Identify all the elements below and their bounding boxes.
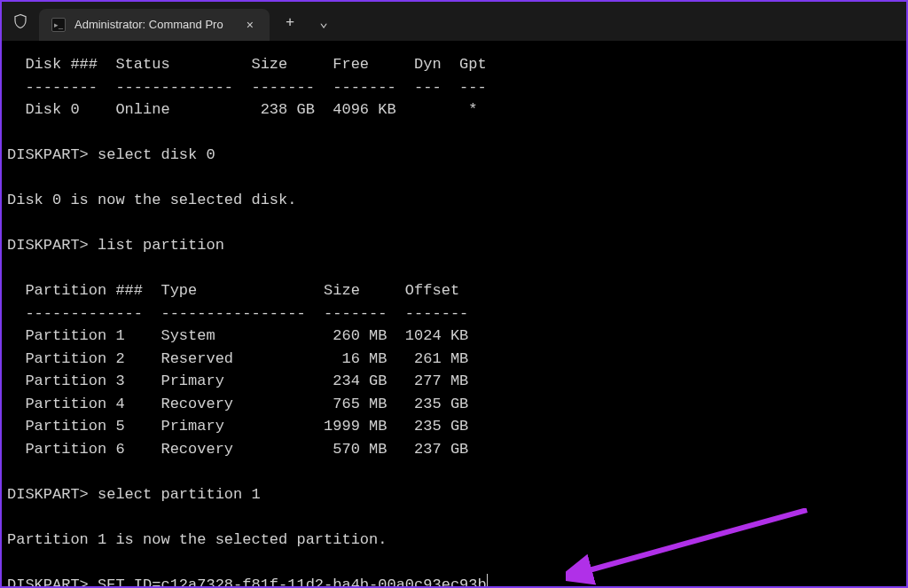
terminal-output[interactable]: Disk ### Status Size Free Dyn Gpt ------… <box>2 41 906 588</box>
cmd-set-id: DISKPART> SET ID=c12a7328-f81f-11d2-ba4b… <box>7 576 487 589</box>
disk-table-divider: -------- ------------- ------- ------- -… <box>7 79 487 96</box>
cmd-icon: ▸_ <box>51 18 66 32</box>
tab-title: Administrator: Command Pro <box>74 18 234 31</box>
close-icon[interactable]: × <box>243 17 257 33</box>
partition-row-6: Partition 6 Recovery 570 MB 237 GB <box>7 441 468 458</box>
tab-active[interactable]: ▸_ Administrator: Command Pro × <box>39 9 270 41</box>
cmd-list-partition: DISKPART> list partition <box>7 237 224 254</box>
titlebar: ▸_ Administrator: Command Pro × + ⌄ <box>2 2 906 41</box>
partition-row-5: Partition 5 Primary 1999 MB 235 GB <box>7 418 468 435</box>
partition-row-2: Partition 2 Reserved 16 MB 261 MB <box>7 350 468 367</box>
partition-row-3: Partition 3 Primary 234 GB 277 MB <box>7 372 468 389</box>
partition-table-header: Partition ### Type Size Offset <box>7 282 459 299</box>
disk-table-header: Disk ### Status Size Free Dyn Gpt <box>7 56 487 73</box>
cmd-select-disk: DISKPART> select disk 0 <box>7 146 215 163</box>
cmd-select-partition: DISKPART> select partition 1 <box>7 486 261 503</box>
disk-row-0: Disk 0 Online 238 GB 4096 KB * <box>7 101 478 118</box>
partition-row-4: Partition 4 Recovery 765 MB 235 GB <box>7 396 468 412</box>
msg-disk-selected: Disk 0 is now the selected disk. <box>7 192 296 208</box>
tab-dropdown-button[interactable]: ⌄ <box>309 8 339 35</box>
partition-table-divider: ------------- ---------------- ------- -… <box>7 305 468 322</box>
shield-icon <box>2 13 39 29</box>
partition-row-1: Partition 1 System 260 MB 1024 KB <box>7 327 468 344</box>
cursor <box>487 574 489 589</box>
titlebar-controls: + ⌄ <box>275 8 339 35</box>
msg-partition-selected: Partition 1 is now the selected partitio… <box>7 531 387 548</box>
new-tab-button[interactable]: + <box>275 8 305 35</box>
